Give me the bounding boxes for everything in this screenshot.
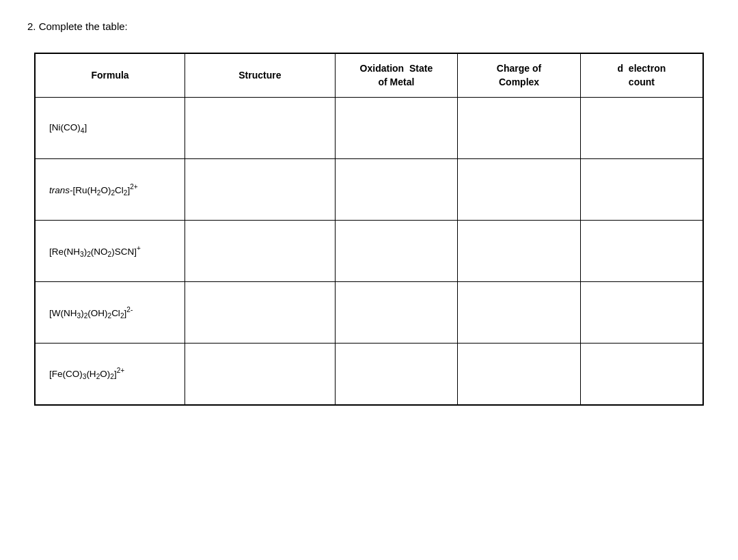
formula-ru: trans-[Ru(H2O)2Cl2]2+ <box>35 159 185 221</box>
charge-ru[interactable] <box>458 159 581 221</box>
structure-w[interactable] <box>185 282 336 344</box>
header-delectron: d electroncount <box>580 53 703 98</box>
formula-fe: [Fe(CO)3(H2O)2]2+ <box>35 344 185 405</box>
header-charge: Charge ofComplex <box>458 53 581 98</box>
charge-re[interactable] <box>458 221 581 282</box>
header-structure: Structure <box>185 53 336 98</box>
header-oxidation: Oxidation Stateof Metal <box>335 53 458 98</box>
table-row: [Fe(CO)3(H2O)2]2+ <box>35 344 703 405</box>
formula-ni: [Ni(CO)4] <box>35 98 185 159</box>
formula-w: [W(NH3)2(OH)2Cl2]2- <box>35 282 185 344</box>
delectron-re[interactable] <box>580 221 703 282</box>
structure-ni[interactable] <box>185 98 336 159</box>
delectron-ni[interactable] <box>580 98 703 159</box>
structure-re[interactable] <box>185 221 336 282</box>
table-row: [W(NH3)2(OH)2Cl2]2- <box>35 282 703 344</box>
oxidation-fe[interactable] <box>335 344 458 405</box>
page-instruction: 2. Complete the table: <box>27 20 711 32</box>
delectron-fe[interactable] <box>580 344 703 405</box>
table-row: [Re(NH3)2(NO2)SCN]+ <box>35 221 703 282</box>
charge-ni[interactable] <box>458 98 581 159</box>
table-row: trans-[Ru(H2O)2Cl2]2+ <box>35 159 703 221</box>
charge-fe[interactable] <box>458 344 581 405</box>
chemistry-table: Formula Structure Oxidation Stateof Meta… <box>34 53 704 406</box>
table-row: [Ni(CO)4] <box>35 98 703 159</box>
oxidation-re[interactable] <box>335 221 458 282</box>
charge-w[interactable] <box>458 282 581 344</box>
formula-re: [Re(NH3)2(NO2)SCN]+ <box>35 221 185 282</box>
table-wrapper: Formula Structure Oxidation Stateof Meta… <box>34 53 704 406</box>
structure-ru[interactable] <box>185 159 336 221</box>
structure-fe[interactable] <box>185 344 336 405</box>
oxidation-w[interactable] <box>335 282 458 344</box>
oxidation-ru[interactable] <box>335 159 458 221</box>
delectron-ru[interactable] <box>580 159 703 221</box>
delectron-w[interactable] <box>580 282 703 344</box>
header-formula: Formula <box>35 53 185 98</box>
oxidation-ni[interactable] <box>335 98 458 159</box>
table-header-row: Formula Structure Oxidation Stateof Meta… <box>35 53 703 98</box>
